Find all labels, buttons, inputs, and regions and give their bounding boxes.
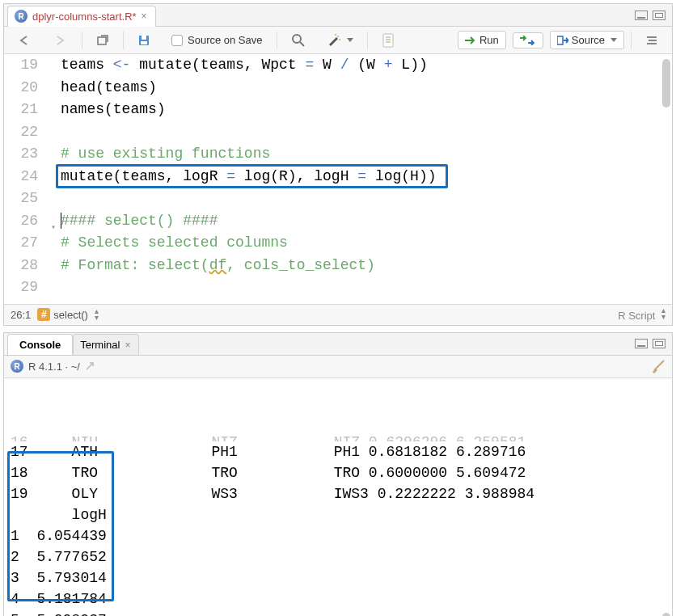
section-indicator[interactable]: # select() ▴▾: [37, 308, 99, 321]
console-row: 18 TRO TRO TRO 0.6000000 5.609472: [11, 462, 665, 483]
svg-point-8: [335, 34, 336, 36]
cursor-position: 26:1: [11, 309, 31, 321]
line-number: 26: [4, 210, 49, 233]
minimize-icon[interactable]: [635, 339, 648, 348]
minimize-icon[interactable]: [635, 11, 648, 20]
console-row: 2 5.777652: [11, 546, 665, 567]
svg-rect-13: [557, 36, 563, 44]
console-column-header: logH: [11, 504, 665, 525]
svg-point-4: [293, 35, 301, 43]
chevron-down-icon: [347, 38, 353, 42]
code-line[interactable]: 24mutate(teams, logR = log(R), logH = lo…: [4, 166, 672, 188]
console-row: 5 5.998937: [11, 610, 665, 617]
close-icon[interactable]: ×: [142, 11, 147, 22]
code-text: # use existing functions: [49, 146, 270, 162]
code-line[interactable]: 27# Selects selected columns: [4, 232, 672, 255]
console-row: 19 OLY WS3 IWS3 0.2222222 3.988984: [11, 483, 665, 504]
r-file-icon: R: [15, 10, 27, 23]
r-version: R 4.1.1 · ~/: [28, 361, 80, 373]
compile-report-button[interactable]: [374, 30, 402, 51]
code-editor[interactable]: 19teams <- mutate(teams, Wpct = W / (W +…: [4, 54, 672, 304]
code-text: # Selects selected columns: [49, 234, 288, 251]
terminal-tab[interactable]: Terminal ×: [73, 334, 139, 355]
svg-point-7: [339, 39, 340, 40]
line-number: 28: [4, 255, 49, 277]
maximize-icon[interactable]: [653, 11, 665, 20]
source-on-save-label: Source on Save: [188, 34, 263, 46]
editor-tab-title: dplyr-columns-start.R*: [32, 11, 137, 23]
console-header: R R 4.1.1 · ~/: [4, 356, 672, 378]
console-tabbar: Console Terminal ×: [4, 333, 672, 356]
code-line[interactable]: 22: [4, 121, 672, 144]
back-button[interactable]: [11, 32, 40, 49]
code-line[interactable]: 25: [4, 188, 672, 210]
close-icon[interactable]: ×: [125, 340, 130, 351]
section-name: select(): [53, 309, 88, 321]
code-line[interactable]: 20head(teams): [4, 77, 672, 99]
pane-window-controls: [635, 339, 672, 348]
editor-pane: R dplyr-columns-start.R* × Source on Sav…: [3, 3, 673, 326]
code-text: mutate(teams, logR = log(R), logH = log(…: [49, 168, 437, 184]
source-button[interactable]: Source: [550, 31, 624, 49]
updown-icon: ▴▾: [661, 307, 665, 320]
clear-console-icon[interactable]: [651, 359, 665, 373]
console-row: 3 5.793014: [11, 567, 665, 589]
code-line[interactable]: 23# use existing functions: [4, 143, 672, 166]
forward-button[interactable]: [46, 32, 75, 49]
updown-icon: ▴▾: [95, 308, 99, 321]
r-logo-icon: R: [11, 360, 23, 373]
line-number: 29: [4, 276, 49, 299]
save-button[interactable]: [130, 31, 158, 50]
code-line[interactable]: 29: [4, 276, 672, 299]
svg-rect-2: [142, 36, 146, 40]
code-text: [49, 124, 61, 140]
code-text: head(teams): [49, 79, 157, 95]
code-line[interactable]: 21names(teams): [4, 99, 672, 121]
console-row: 1 6.054439: [11, 525, 665, 546]
source-label: Source: [572, 34, 605, 46]
scrollbar-thumb[interactable]: [662, 613, 670, 617]
code-text: [49, 190, 61, 206]
code-text: # Format: select(df, cols_to_select): [49, 257, 375, 273]
code-line[interactable]: 28# Format: select(df, cols_to_select): [4, 255, 672, 277]
line-number: 19: [4, 54, 49, 77]
show-in-new-window-button[interactable]: [89, 31, 116, 50]
outline-button[interactable]: [638, 32, 665, 49]
run-button[interactable]: Run: [458, 31, 506, 49]
editor-toolbar: Source on Save Run Source: [4, 27, 672, 54]
code-tools-button[interactable]: [319, 30, 361, 51]
language-label: R Script: [618, 310, 655, 322]
code-text: teams <- mutate(teams, Wpct = W / (W + L…: [49, 57, 428, 73]
svg-rect-3: [141, 41, 147, 44]
svg-line-5: [300, 42, 304, 46]
code-line[interactable]: 26▾#### select() ####: [4, 210, 672, 233]
line-number: 21: [4, 99, 49, 121]
line-number: 25: [4, 188, 49, 210]
line-number: 24: [4, 166, 49, 188]
console-tab[interactable]: Console: [7, 334, 73, 355]
editor-tabbar: R dplyr-columns-start.R* ×: [4, 4, 672, 27]
language-selector[interactable]: R Script ▴▾: [618, 307, 665, 322]
find-button[interactable]: [284, 30, 313, 51]
editor-statusbar: 26:1 # select() ▴▾ R Script ▴▾: [4, 304, 672, 325]
checkbox-icon[interactable]: [171, 35, 183, 46]
scrollbar-thumb[interactable]: [662, 59, 670, 108]
code-line[interactable]: 19teams <- mutate(teams, Wpct = W / (W +…: [4, 54, 672, 77]
editor-tab[interactable]: R dplyr-columns-start.R* ×: [7, 6, 156, 27]
popout-icon[interactable]: [85, 361, 96, 371]
console-tab-label: Console: [19, 339, 61, 351]
console-pane: Console Terminal × R R 4.1.1 · ~/ 16 NIU…: [3, 332, 673, 617]
source-on-save-toggle[interactable]: Source on Save: [164, 31, 270, 49]
console-row: 4 5.181784: [11, 589, 665, 610]
terminal-tab-label: Terminal: [80, 339, 120, 351]
code-text: #### select() ####: [49, 213, 218, 229]
console-row: 17 ATH PH1 PH1 0.6818182 6.289716: [11, 441, 665, 462]
code-text: [49, 279, 61, 295]
svg-point-6: [337, 36, 339, 37]
section-badge-icon: #: [37, 308, 50, 321]
console-output[interactable]: 16 NIU NIZ NIZ 0.6296296 6.25958117 ATH …: [4, 378, 672, 617]
pane-window-controls: [635, 11, 672, 20]
rerun-button[interactable]: [513, 32, 543, 49]
maximize-icon[interactable]: [653, 339, 665, 348]
svg-rect-0: [98, 37, 106, 44]
